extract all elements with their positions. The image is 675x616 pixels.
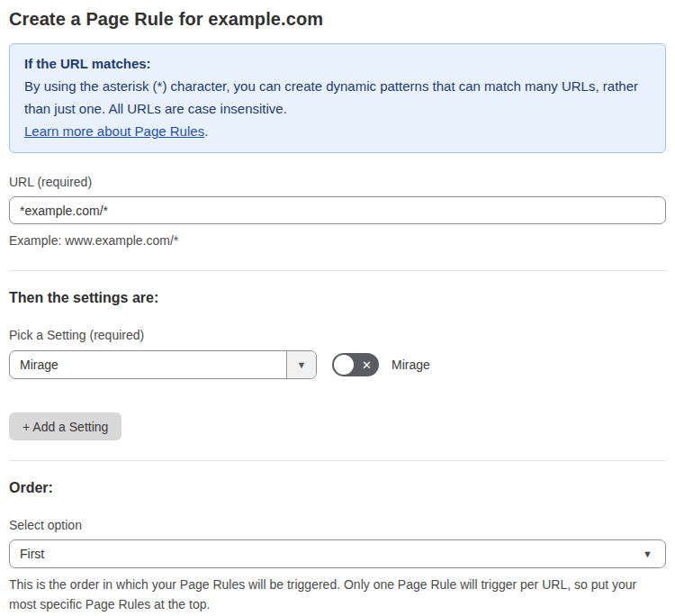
mirage-toggle[interactable]: ✕ [332,353,379,376]
chevron-down-icon[interactable]: ▼ [286,351,316,378]
divider-settings [9,270,666,271]
order-select[interactable]: First ▼ [9,539,666,568]
chevron-down-icon: ▼ [643,540,665,567]
toggle-knob [334,355,354,375]
order-helper: This is the order in which your Page Rul… [9,575,666,614]
url-example-helper: Example: www.example.com/* [9,231,666,250]
settings-heading: Then the settings are: [9,290,666,306]
link-suffix-period: . [204,123,208,139]
info-box-body: By using the asterisk (*) character, you… [24,75,651,120]
learn-more-link[interactable]: Learn more about Page Rules [24,123,204,139]
page-title: Create a Page Rule for example.com [9,9,666,30]
setting-select-value: Mirage [10,351,286,378]
setting-select[interactable]: Mirage ▼ [9,350,317,379]
order-select-value: First [10,540,643,567]
url-label: URL (required) [9,175,666,189]
info-box-link-line: Learn more about Page Rules. [24,120,651,142]
toggle-label: Mirage [392,358,430,372]
url-match-info-box: If the URL matches: By using the asteris… [9,43,666,153]
pick-setting-label: Pick a Setting (required) [9,328,666,342]
setting-row: Mirage ▼ ✕ Mirage [9,350,666,379]
url-input[interactable] [9,196,666,224]
x-icon: ✕ [362,353,372,376]
add-setting-button[interactable]: + Add a Setting [9,412,122,440]
divider-order [9,460,666,461]
order-heading: Order: [9,480,666,496]
select-option-label: Select option [9,518,666,532]
info-box-heading: If the URL matches: [24,52,651,75]
page-rule-form: Create a Page Rule for example.com If th… [9,9,666,616]
